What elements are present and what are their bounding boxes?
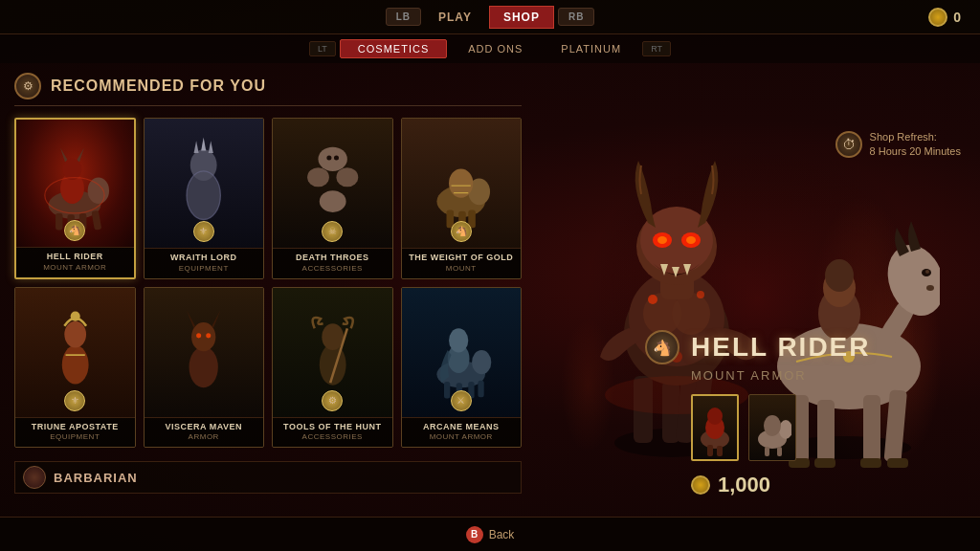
death-throes-type: ACCESSORIES [277,264,389,273]
svg-rect-1 [56,213,62,230]
svg-point-85 [825,259,854,292]
svg-point-91 [707,408,723,425]
triune-svg [31,304,120,401]
preview-thumb-1[interactable] [691,394,739,461]
wraith-lord-svg [159,135,248,231]
rb-button[interactable]: RB [558,8,594,26]
tools-svg [288,304,377,401]
detail-title-row: 🐴 HELL RIDER [645,330,970,364]
item-tools-of-hunt[interactable]: ⚙ TOOLS OF THE HUNT ACCESSORIES [272,287,393,449]
tools-name: TOOLS OF THE HUNT [277,422,389,432]
item-death-throes[interactable]: ☠ DEATH THROES ACCESSORIES [272,118,393,279]
hell-rider-badge: 🐴 [64,220,85,241]
refresh-text: Shop Refresh: 8 Hours 20 Minutes [870,130,961,160]
preview-row [691,394,970,461]
death-throes-name: DEATH THROES [277,253,389,263]
refresh-icon: ⏱ [835,131,862,158]
barbarian-label: Barbarian [54,471,138,485]
svg-point-32 [196,333,201,338]
svg-point-42 [472,350,491,374]
tab-cosmetics[interactable]: Cosmetics [340,39,447,58]
svg-point-61 [657,236,667,244]
svg-rect-94 [777,447,782,456]
svg-point-7 [63,158,82,179]
item-arcane-means[interactable]: ⚔ ARCANE MEANS MOUNT ARMOR [401,287,523,449]
coin-icon [928,8,947,27]
refresh-time: 8 Hours 20 Minutes [870,144,961,159]
svg-point-80 [925,270,929,274]
play-button[interactable]: PLAY [425,7,485,28]
hell-rider-svg [31,136,119,231]
arcane-svg [416,304,505,401]
back-button[interactable]: B Back [466,526,515,543]
triune-badge: ⚜ [64,390,85,411]
svg-point-30 [189,346,218,387]
item-death-throes-image: ☠ [273,119,392,248]
wraith-lord-badge: ⚜ [193,221,214,242]
coin-display: 0 [928,8,961,27]
weight-name: THE WEIGHT OF GOLD [406,253,518,263]
tab-addons[interactable]: Add Ons [451,40,540,57]
rt-button[interactable]: RT [642,41,671,56]
viscera-name: VISCERA MAVEN [148,422,260,432]
item-tools-image: ⚙ [273,288,392,417]
shop-refresh: ⏱ Shop Refresh: 8 Hours 20 Minutes [835,130,961,160]
weight-type: MOUNT [406,264,518,273]
arcane-name: ARCANE MEANS [406,422,518,432]
arcane-type: MOUNT ARMOR [406,432,518,441]
tools-footer: TOOLS OF THE HUNT ACCESSORIES [273,417,392,448]
coin-count: 0 [953,10,961,25]
lb-button[interactable]: LB [386,8,421,26]
barbarian-section[interactable]: Barbarian [14,461,522,494]
item-wraith-lord[interactable]: ⚜ WRAITH LORD EQUIPMENT [144,118,265,279]
preview-svg-1 [696,399,734,456]
arcane-footer: ARCANE MEANS MOUNT ARMOR [402,417,522,448]
svg-point-35 [322,323,344,350]
price-coin-icon [691,475,710,495]
item-hell-rider[interactable]: 🐴 HELL RIDER MOUNT ARMOR [14,118,136,279]
wraith-lord-footer: WRAITH LORD EQUIPMENT [145,248,264,278]
svg-point-27 [61,345,88,384]
item-weight-image: 🐴 [402,119,522,248]
hell-rider-name: HELL RIDER [20,252,130,262]
death-throes-badge: ☠ [322,221,343,242]
item-viscera-maven[interactable]: VISCERA MAVEN ARMOR [144,287,265,449]
item-detail-info: 🐴 HELL RIDER MOUNT ARMOR [645,330,970,497]
item-viscera-image [145,288,264,417]
svg-point-18 [319,190,345,212]
death-throes-footer: DEATH THROES ACCESSORIES [273,248,392,278]
svg-point-16 [307,167,329,187]
wraith-lord-name: WRAITH LORD [148,253,260,263]
svg-point-20 [334,155,339,160]
item-weight-of-gold[interactable]: 🐴 THE WEIGHT OF GOLD MOUNT [401,118,523,279]
main-content: ⚙ Recommended for You [0,63,980,517]
lt-button[interactable]: LT [309,41,336,56]
top-navigation: LB PLAY SHOP RB [0,0,980,34]
wraith-lord-type: EQUIPMENT [148,264,260,273]
barbarian-icon [23,466,46,489]
arcane-badge: ⚔ [451,390,472,411]
back-btn-circle: B [466,526,483,543]
svg-rect-41 [478,380,483,397]
detail-horse-icon: 🐴 [645,330,679,364]
svg-rect-4 [92,209,102,230]
svg-marker-11 [194,141,199,153]
svg-rect-38 [444,381,450,398]
viscera-svg [159,304,248,401]
triune-type: EQUIPMENT [19,432,131,441]
item-triune-apostate[interactable]: ⚜ TRIUNE APOSTATE EQUIPMENT [14,287,136,449]
svg-point-31 [191,321,215,350]
svg-point-81 [926,285,934,291]
svg-point-28 [64,320,86,347]
preview-thumb-2[interactable] [748,394,796,461]
hell-rider-footer: HELL RIDER MOUNT ARMOR [16,247,134,277]
shop-button[interactable]: SHOP [489,6,554,29]
svg-point-5 [88,177,109,203]
shop-panel: ⚙ Recommended for You [0,63,536,517]
refresh-label: Shop Refresh: [870,130,961,144]
svg-point-62 [686,236,696,244]
item-wraith-lord-image: ⚜ [145,119,264,248]
svg-point-33 [206,333,211,338]
tab-platinum[interactable]: Platinum [544,40,638,57]
hell-rider-type: MOUNT ARMOR [20,263,130,272]
